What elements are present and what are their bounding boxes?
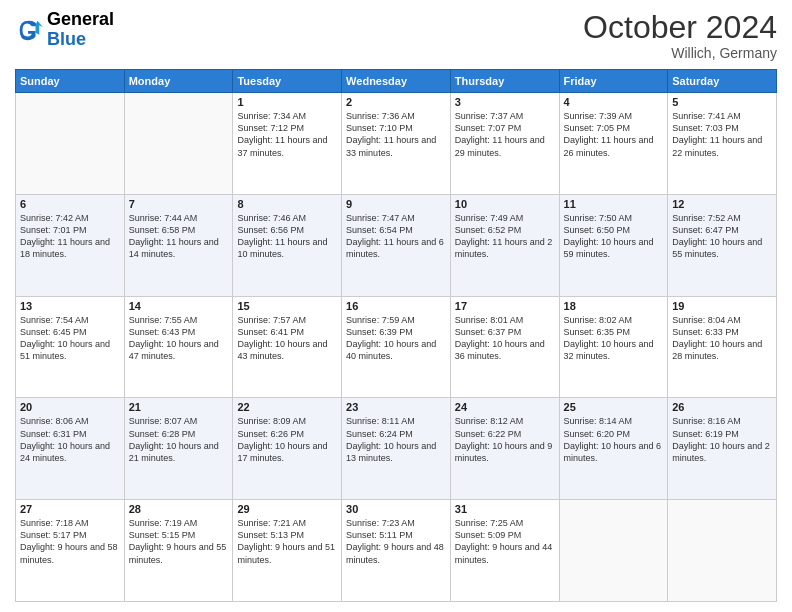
table-row: 26Sunrise: 8:16 AM Sunset: 6:19 PM Dayli… [668, 398, 777, 500]
table-row [559, 500, 668, 602]
day-number: 20 [20, 401, 120, 413]
day-number: 9 [346, 198, 446, 210]
day-detail: Sunrise: 8:11 AM Sunset: 6:24 PM Dayligh… [346, 415, 446, 464]
col-monday: Monday [124, 70, 233, 93]
calendar-week-row: 1Sunrise: 7:34 AM Sunset: 7:12 PM Daylig… [16, 93, 777, 195]
table-row: 12Sunrise: 7:52 AM Sunset: 6:47 PM Dayli… [668, 194, 777, 296]
table-row: 22Sunrise: 8:09 AM Sunset: 6:26 PM Dayli… [233, 398, 342, 500]
day-number: 19 [672, 300, 772, 312]
col-tuesday: Tuesday [233, 70, 342, 93]
table-row: 30Sunrise: 7:23 AM Sunset: 5:11 PM Dayli… [342, 500, 451, 602]
day-detail: Sunrise: 7:41 AM Sunset: 7:03 PM Dayligh… [672, 110, 772, 159]
table-row: 2Sunrise: 7:36 AM Sunset: 7:10 PM Daylig… [342, 93, 451, 195]
calendar: Sunday Monday Tuesday Wednesday Thursday… [15, 69, 777, 602]
table-row: 1Sunrise: 7:34 AM Sunset: 7:12 PM Daylig… [233, 93, 342, 195]
table-row: 6Sunrise: 7:42 AM Sunset: 7:01 PM Daylig… [16, 194, 125, 296]
day-detail: Sunrise: 7:25 AM Sunset: 5:09 PM Dayligh… [455, 517, 555, 566]
day-number: 21 [129, 401, 229, 413]
day-detail: Sunrise: 7:54 AM Sunset: 6:45 PM Dayligh… [20, 314, 120, 363]
day-number: 10 [455, 198, 555, 210]
table-row [668, 500, 777, 602]
day-detail: Sunrise: 7:55 AM Sunset: 6:43 PM Dayligh… [129, 314, 229, 363]
table-row: 8Sunrise: 7:46 AM Sunset: 6:56 PM Daylig… [233, 194, 342, 296]
day-number: 1 [237, 96, 337, 108]
day-detail: Sunrise: 8:12 AM Sunset: 6:22 PM Dayligh… [455, 415, 555, 464]
logo-icon [15, 16, 43, 44]
day-detail: Sunrise: 7:44 AM Sunset: 6:58 PM Dayligh… [129, 212, 229, 261]
day-detail: Sunrise: 7:50 AM Sunset: 6:50 PM Dayligh… [564, 212, 664, 261]
logo-line2: Blue [47, 30, 114, 50]
table-row: 29Sunrise: 7:21 AM Sunset: 5:13 PM Dayli… [233, 500, 342, 602]
header: General Blue October 2024 Willich, Germa… [15, 10, 777, 61]
day-detail: Sunrise: 7:18 AM Sunset: 5:17 PM Dayligh… [20, 517, 120, 566]
day-detail: Sunrise: 7:37 AM Sunset: 7:07 PM Dayligh… [455, 110, 555, 159]
day-detail: Sunrise: 7:23 AM Sunset: 5:11 PM Dayligh… [346, 517, 446, 566]
day-number: 5 [672, 96, 772, 108]
day-number: 8 [237, 198, 337, 210]
day-number: 12 [672, 198, 772, 210]
day-detail: Sunrise: 8:04 AM Sunset: 6:33 PM Dayligh… [672, 314, 772, 363]
table-row: 27Sunrise: 7:18 AM Sunset: 5:17 PM Dayli… [16, 500, 125, 602]
calendar-week-row: 6Sunrise: 7:42 AM Sunset: 7:01 PM Daylig… [16, 194, 777, 296]
table-row: 9Sunrise: 7:47 AM Sunset: 6:54 PM Daylig… [342, 194, 451, 296]
day-number: 16 [346, 300, 446, 312]
table-row: 5Sunrise: 7:41 AM Sunset: 7:03 PM Daylig… [668, 93, 777, 195]
table-row: 16Sunrise: 7:59 AM Sunset: 6:39 PM Dayli… [342, 296, 451, 398]
day-number: 22 [237, 401, 337, 413]
calendar-header-row: Sunday Monday Tuesday Wednesday Thursday… [16, 70, 777, 93]
day-number: 24 [455, 401, 555, 413]
table-row: 24Sunrise: 8:12 AM Sunset: 6:22 PM Dayli… [450, 398, 559, 500]
table-row [16, 93, 125, 195]
col-friday: Friday [559, 70, 668, 93]
table-row: 18Sunrise: 8:02 AM Sunset: 6:35 PM Dayli… [559, 296, 668, 398]
table-row: 3Sunrise: 7:37 AM Sunset: 7:07 PM Daylig… [450, 93, 559, 195]
day-number: 6 [20, 198, 120, 210]
col-sunday: Sunday [16, 70, 125, 93]
logo-line1: General [47, 10, 114, 30]
day-number: 7 [129, 198, 229, 210]
logo-text: General Blue [47, 10, 114, 50]
table-row: 28Sunrise: 7:19 AM Sunset: 5:15 PM Dayli… [124, 500, 233, 602]
day-detail: Sunrise: 7:34 AM Sunset: 7:12 PM Dayligh… [237, 110, 337, 159]
table-row: 14Sunrise: 7:55 AM Sunset: 6:43 PM Dayli… [124, 296, 233, 398]
location: Willich, Germany [583, 45, 777, 61]
day-number: 13 [20, 300, 120, 312]
day-detail: Sunrise: 8:16 AM Sunset: 6:19 PM Dayligh… [672, 415, 772, 464]
day-detail: Sunrise: 7:21 AM Sunset: 5:13 PM Dayligh… [237, 517, 337, 566]
col-thursday: Thursday [450, 70, 559, 93]
title-block: October 2024 Willich, Germany [583, 10, 777, 61]
logo: General Blue [15, 10, 114, 50]
day-detail: Sunrise: 8:14 AM Sunset: 6:20 PM Dayligh… [564, 415, 664, 464]
day-number: 14 [129, 300, 229, 312]
day-number: 28 [129, 503, 229, 515]
day-number: 23 [346, 401, 446, 413]
calendar-week-row: 20Sunrise: 8:06 AM Sunset: 6:31 PM Dayli… [16, 398, 777, 500]
col-wednesday: Wednesday [342, 70, 451, 93]
table-row: 17Sunrise: 8:01 AM Sunset: 6:37 PM Dayli… [450, 296, 559, 398]
table-row: 13Sunrise: 7:54 AM Sunset: 6:45 PM Dayli… [16, 296, 125, 398]
day-detail: Sunrise: 8:09 AM Sunset: 6:26 PM Dayligh… [237, 415, 337, 464]
day-number: 15 [237, 300, 337, 312]
day-number: 4 [564, 96, 664, 108]
day-detail: Sunrise: 7:19 AM Sunset: 5:15 PM Dayligh… [129, 517, 229, 566]
page: General Blue October 2024 Willich, Germa… [0, 0, 792, 612]
day-detail: Sunrise: 7:36 AM Sunset: 7:10 PM Dayligh… [346, 110, 446, 159]
day-number: 3 [455, 96, 555, 108]
day-detail: Sunrise: 7:46 AM Sunset: 6:56 PM Dayligh… [237, 212, 337, 261]
day-number: 11 [564, 198, 664, 210]
calendar-week-row: 27Sunrise: 7:18 AM Sunset: 5:17 PM Dayli… [16, 500, 777, 602]
calendar-week-row: 13Sunrise: 7:54 AM Sunset: 6:45 PM Dayli… [16, 296, 777, 398]
day-detail: Sunrise: 8:07 AM Sunset: 6:28 PM Dayligh… [129, 415, 229, 464]
day-detail: Sunrise: 7:49 AM Sunset: 6:52 PM Dayligh… [455, 212, 555, 261]
day-number: 18 [564, 300, 664, 312]
day-number: 30 [346, 503, 446, 515]
table-row: 10Sunrise: 7:49 AM Sunset: 6:52 PM Dayli… [450, 194, 559, 296]
table-row: 7Sunrise: 7:44 AM Sunset: 6:58 PM Daylig… [124, 194, 233, 296]
col-saturday: Saturday [668, 70, 777, 93]
table-row: 4Sunrise: 7:39 AM Sunset: 7:05 PM Daylig… [559, 93, 668, 195]
day-number: 31 [455, 503, 555, 515]
day-detail: Sunrise: 7:59 AM Sunset: 6:39 PM Dayligh… [346, 314, 446, 363]
day-detail: Sunrise: 7:57 AM Sunset: 6:41 PM Dayligh… [237, 314, 337, 363]
table-row: 20Sunrise: 8:06 AM Sunset: 6:31 PM Dayli… [16, 398, 125, 500]
day-number: 26 [672, 401, 772, 413]
